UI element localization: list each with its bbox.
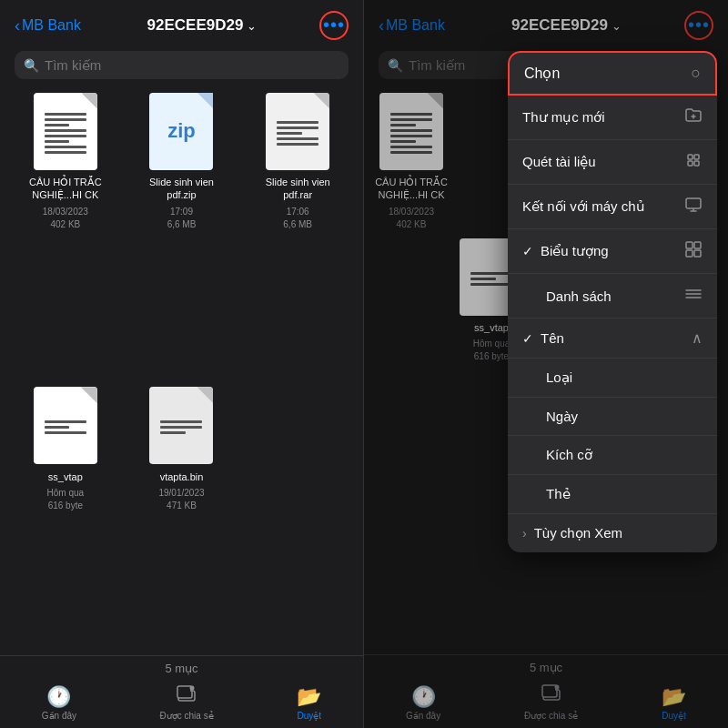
list-item[interactable]: ss_vtap Hôm qua616 byte [11, 385, 120, 655]
left-search-input[interactable] [45, 57, 339, 73]
svg-rect-12 [694, 242, 701, 248]
menu-item-left: › Tùy chọn Xem [522, 525, 622, 541]
left-back-button[interactable]: ‹ MB Bank [15, 16, 81, 35]
file-meta: Hôm qua616 byte [47, 487, 85, 512]
tab-recent[interactable]: 🕐 Gần đây [42, 685, 76, 721]
menu-item-new-folder[interactable]: Thư mục mới [508, 96, 717, 140]
file-icon-zip: zip [145, 90, 217, 172]
list-item[interactable]: CÂU HỎI TRẮC NGHIỆ...HI CK 18/03/2023402… [11, 90, 120, 374]
chevron-up-icon: ∧ [692, 329, 703, 347]
svg-rect-4 [688, 155, 693, 159]
tab-browse-label: Duyệt [297, 711, 321, 721]
svg-rect-14 [694, 250, 701, 257]
left-more-icon: ••• [323, 15, 345, 34]
list-item[interactable]: zip Slide sinh vien pdf.zip 17:096,6 MB [127, 90, 237, 374]
file-icon-doc [29, 90, 102, 172]
menu-label-sort-type: Loại [546, 369, 572, 386]
menu-label-connect: Kết nối với máy chủ [522, 198, 645, 215]
menu-item-left: Thư mục mới [522, 109, 605, 126]
left-file-grid: CÂU HỎI TRẮC NGHIỆ...HI CK 18/03/2023402… [0, 90, 363, 655]
file-icon-doc2 [29, 385, 102, 467]
menu-label-icon-view: Biểu tượng [541, 243, 609, 259]
menu-item-sort-tag[interactable]: Thẻ [508, 475, 717, 514]
svg-rect-5 [694, 155, 699, 159]
chevron-right-icon: › [522, 526, 527, 541]
left-more-button[interactable]: ••• [319, 11, 349, 40]
svg-point-1 [190, 686, 195, 691]
svg-rect-7 [694, 161, 699, 166]
file-icon-rar [261, 90, 334, 172]
folder-plus-icon [684, 106, 703, 128]
menu-label-sort-date: Ngày [546, 409, 578, 424]
tab-recent-label: Gần đây [42, 711, 76, 721]
menu-item-left: ✓ Biểu tượng [522, 243, 609, 259]
recent-icon: 🕐 [46, 685, 71, 709]
tab-browse[interactable]: 📂 Duyệt [297, 685, 321, 721]
left-item-count: 5 mục [0, 662, 363, 675]
tab-shared[interactable]: Được chia sẻ [160, 682, 214, 721]
left-title-group: 92ECEE9D29 ⌄ [147, 16, 258, 35]
menu-item-list-view[interactable]: Danh sách [508, 274, 717, 318]
svg-rect-6 [688, 161, 693, 166]
file-name: ss_vtap [48, 470, 83, 483]
menu-item-sort-size[interactable]: Kích cỡ [508, 436, 717, 475]
file-name: CÂU HỎI TRẮC NGHIỆ...HI CK [20, 176, 111, 202]
left-panel-title: 92ECEE9D29 [147, 16, 244, 35]
menu-item-sort-date[interactable]: Ngày [508, 398, 717, 436]
left-chevron-icon: ‹ [15, 16, 20, 35]
tab-shared-label: Được chia sẻ [160, 711, 214, 721]
menu-label-sort-size: Kích cỡ [546, 447, 592, 463]
file-meta: 18/03/2023402 KB [43, 206, 88, 231]
left-back-area: ‹ MB Bank [15, 16, 81, 35]
check-icon: ✓ [522, 244, 533, 258]
right-panel: ‹ MB Bank 92ECEE9D29 ⌄ ••• 🔍 [364, 0, 728, 728]
file-meta: 17:066,6 MB [283, 206, 312, 231]
menu-item-left: Loại [522, 369, 572, 386]
menu-item-chon-left: Chọn [524, 65, 560, 82]
left-search-bar[interactable]: 🔍 [15, 51, 349, 79]
file-name: Slide sinh vien pdf.zip [136, 176, 227, 202]
svg-rect-13 [686, 250, 693, 257]
shared-icon [176, 682, 197, 709]
left-tab-bar: 🕐 Gần đây Được chia sẻ 📂 Duyệt [0, 682, 363, 721]
menu-label-sort-name: Tên [541, 330, 564, 346]
menu-label-chon: Chọn [524, 65, 560, 82]
menu-label-list-view: Danh sách [546, 288, 612, 304]
list-icon [684, 285, 703, 307]
file-meta: 19/01/2023471 KB [158, 487, 204, 512]
monitor-icon [684, 196, 703, 217]
menu-item-left: Thẻ [522, 486, 571, 502]
menu-item-left: Kết nối với máy chủ [522, 198, 645, 215]
file-icon-bin [145, 385, 217, 467]
grid-icon [684, 240, 703, 262]
list-item[interactable]: vtapta.bin 19/01/2023471 KB [127, 385, 237, 655]
left-search-icon: 🔍 [24, 58, 39, 73]
file-name: vtapta.bin [160, 470, 204, 483]
left-back-label[interactable]: MB Bank [22, 17, 81, 34]
menu-item-connect[interactable]: Kết nối với máy chủ [508, 185, 717, 229]
menu-item-left: Kích cỡ [522, 447, 592, 463]
chon-circle-icon: ○ [691, 64, 701, 83]
menu-label-custom-view: Tùy chọn Xem [534, 525, 622, 541]
menu-item-sort-type[interactable]: Loại [508, 359, 717, 398]
left-title-chevron-icon[interactable]: ⌄ [247, 19, 257, 33]
left-header: ‹ MB Bank 92ECEE9D29 ⌄ ••• [0, 0, 363, 47]
menu-item-scan[interactable]: Quét tài liệu [508, 140, 717, 185]
scan-icon [684, 151, 703, 173]
menu-item-left: Ngày [522, 409, 578, 424]
menu-item-chon[interactable]: Chọn ○ [508, 51, 717, 96]
svg-rect-8 [686, 198, 701, 208]
menu-item-left: Danh sách [522, 288, 612, 304]
menu-item-icon-view[interactable]: ✓ Biểu tượng [508, 229, 717, 274]
menu-item-sort-name[interactable]: ✓ Tên ∧ [508, 318, 717, 359]
left-bottom-bar: 5 mục 🕐 Gần đây Được chia sẻ 📂 Duyệt [0, 655, 363, 728]
menu-item-left: Quét tài liệu [522, 154, 596, 170]
menu-label-scan: Quét tài liệu [522, 154, 596, 170]
list-item[interactable]: Slide sinh vien pdf.rar 17:066,6 MB [243, 90, 352, 374]
menu-item-custom-view[interactable]: › Tùy chọn Xem [508, 514, 717, 552]
browse-icon: 📂 [297, 685, 321, 709]
menu-label-new-folder: Thư mục mới [522, 109, 605, 126]
file-name: Slide sinh vien pdf.rar [252, 176, 343, 202]
left-panel: ‹ MB Bank 92ECEE9D29 ⌄ ••• 🔍 [0, 0, 364, 728]
check-icon: ✓ [522, 331, 533, 346]
